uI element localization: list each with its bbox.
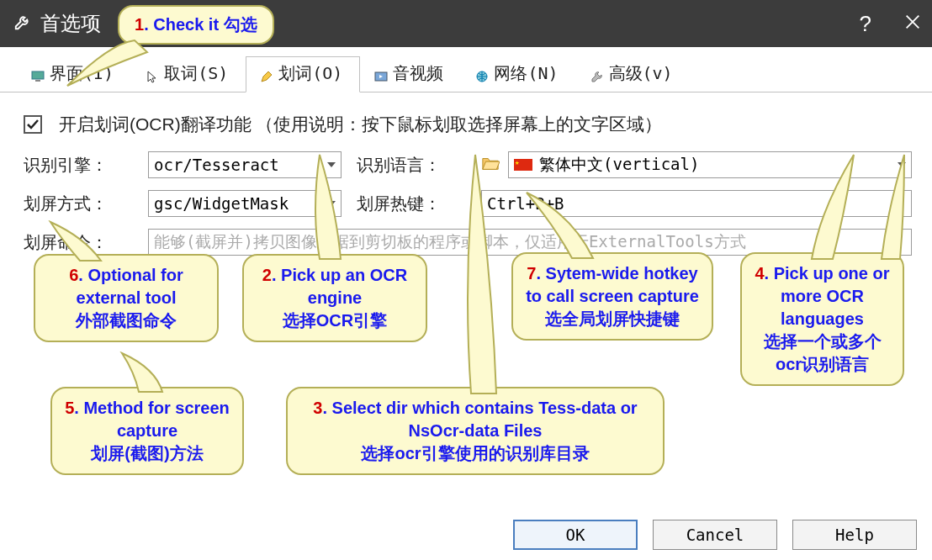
callout-3-tail (454, 151, 513, 395)
tab-label: 高级(v) (609, 62, 673, 85)
callout-5: 5. Method for screen capture 划屏(截图)方法 (50, 387, 244, 475)
media-icon (374, 67, 388, 81)
help-button[interactable]: Help (792, 520, 917, 550)
hotkey-label: 划屏热键： (357, 193, 466, 215)
callout-7-tail (522, 189, 606, 261)
tab-media[interactable]: 音视频 (360, 56, 461, 92)
callout-6: 6. Optional for external tool 外部截图命令 (34, 254, 219, 342)
callout-4-tail (786, 151, 871, 261)
callout-1-tail (50, 35, 151, 103)
engine-value: ocr/Tesseract (154, 156, 279, 174)
callout-4: 4. Pick up one or more OCR languages 选择一… (740, 252, 904, 386)
monitor-icon (31, 67, 45, 81)
ok-button[interactable]: OK (513, 520, 638, 550)
callout-3: 3. Select dir which contains Tess-data o… (286, 387, 665, 475)
flag-cn-icon (514, 159, 532, 171)
command-placeholder: 能够(截屏并)拷贝图像数据到剪切板的程序或脚本，仅适用于ExternalTool… (154, 231, 746, 253)
callout-5-tail (114, 351, 198, 394)
callout-2: 2. Pick up an OCR engine 选择OCR引擎 (242, 254, 427, 342)
svg-rect-0 (32, 71, 44, 79)
method-label: 划屏方式： (24, 193, 133, 215)
enable-ocr-label: 开启划词(OCR)翻译功能 （使用说明：按下鼠标划取选择屏幕上的文字区域） (59, 113, 663, 136)
window-title: 首选项 (40, 10, 101, 37)
tab-advanced[interactable]: 高级(v) (576, 56, 691, 92)
callout-6-tail (46, 220, 122, 262)
method-value: gsc/WidgetMask (154, 194, 289, 213)
engine-label: 识别引擎： (24, 154, 133, 177)
cancel-label: Cancel (686, 526, 744, 544)
help-icon[interactable]: ? (860, 11, 871, 37)
globe-icon (475, 67, 489, 81)
svg-rect-1 (35, 80, 40, 82)
language-label: 识别语言： (357, 154, 466, 177)
enable-ocr-checkbox[interactable] (24, 115, 42, 134)
language-value: 繁体中文(vertical) (539, 154, 699, 176)
tab-network[interactable]: 网络(N) (461, 56, 575, 92)
help-label: Help (835, 526, 874, 544)
tab-label: 划词(O) (278, 62, 342, 85)
callout-7: 7. Sytem-wide hotkey to call screen capt… (511, 252, 713, 341)
callout-4-tail-2 (875, 151, 925, 261)
tab-ocr[interactable]: 划词(O) (246, 56, 360, 92)
tab-label: 音视频 (393, 62, 443, 85)
dialog-buttons: OK Cancel Help (513, 520, 917, 550)
tab-label: 网络(N) (494, 62, 558, 85)
cancel-button[interactable]: Cancel (653, 520, 777, 550)
callout-2-tail (294, 151, 362, 261)
close-icon[interactable] (903, 13, 922, 35)
pencil-icon (260, 67, 273, 81)
tab-label: 取词(S) (164, 62, 228, 85)
wrench-small-icon (590, 67, 604, 81)
ok-label: OK (566, 526, 585, 544)
wrench-icon (13, 13, 40, 35)
